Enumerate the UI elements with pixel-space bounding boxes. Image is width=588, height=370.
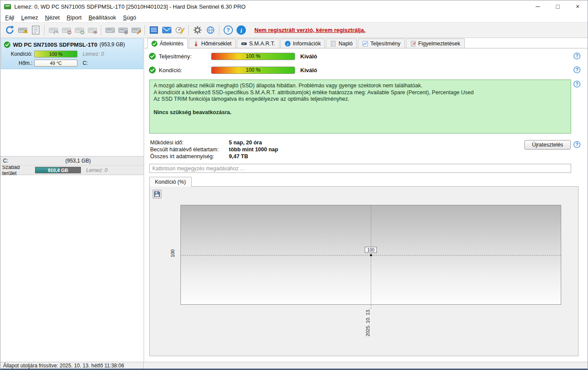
temperature-label: Hőm.: [1,60,34,66]
report-icon [31,25,41,35]
free-space-bar: 910,4 GB [35,167,81,173]
settings-button[interactable] [191,24,204,37]
performance-rating: Kiváló [300,53,317,60]
titlebar: Lemez: 0, WD PC SN7100S SDFPMSL-1T0 [250… [0,0,588,13]
register-link[interactable]: Nem regisztrált verzió, kérem regisztrál… [254,27,366,33]
surface-test-icon [149,25,159,35]
email-report-button[interactable] [160,24,173,37]
floppy-icon [154,191,161,198]
health-line: A mozgó alkatrész nélküli meghajtó (SSD)… [154,83,567,89]
chart-gridline-vertical [371,205,371,309]
refresh-button[interactable] [3,24,16,37]
condition-chart-panel: 100 100 2025. 10. 13. [149,186,578,356]
stat-value: 5 nap, 20 óra [229,140,262,146]
app-icon [4,3,11,10]
menu-help[interactable]: Súgó [119,13,139,22]
comment-input[interactable] [149,164,571,173]
stat-value: több mint 1000 nap [229,147,278,153]
info-icon [236,25,246,35]
tab-label: Napló [338,41,353,47]
tab-overview[interactable]: Áttekintés [147,38,188,48]
disk-name: WD PC SN7100S SDFPMSL-1T0 [13,41,97,48]
help-button[interactable] [222,24,235,37]
disk-tools-button[interactable] [129,24,142,37]
tab-log[interactable]: Napló [326,38,357,48]
free-space-value: 910,4 GB [35,167,80,173]
help-icon[interactable] [573,52,581,60]
condition-bar: 100 % [211,67,295,74]
tab-smart[interactable]: S.M.A.R.T. [237,38,280,48]
partition-panel[interactable]: C: (953,1 GB) Szabad terület 910,4 GB Le… [0,156,144,175]
health-line: A kondíciót a következő SSD-specifikus S… [154,89,567,96]
drive-letter: C: [83,60,88,66]
disk-gear-icon [118,25,128,35]
disk-number: Lemez: 0 [83,51,104,57]
stat-label: Működési idő: [150,140,229,146]
stat-value: 9,47 TB [229,153,248,159]
disk-alert-button[interactable] [16,24,29,37]
retest-button[interactable]: Újratesztelés [524,140,571,150]
disk-button[interactable] [103,24,116,37]
help-icon [223,25,233,35]
health-action: Nincs szükség beavatkozásra. [154,109,567,116]
help-icon[interactable] [573,66,581,73]
statusbar: Állapot utoljára frissítve: 2025. 10. 13… [0,362,588,369]
toolbar-separator [188,25,189,35]
disk-size: (953,9 GB) [100,41,125,48]
help-icon[interactable] [573,141,581,148]
condition-bar: 100 % [34,51,77,57]
menu-view[interactable]: Nézet [42,13,63,22]
chart-point-label: 100 [365,247,377,253]
disk-remove-button[interactable] [60,24,73,37]
minimize-button[interactable]: ─ [528,0,548,13]
info-icon [285,41,291,47]
chart-y-tick-label: 100 [170,249,175,257]
stat-row: Becsült hátralévő élettartam: több mint … [150,146,278,153]
menubar: Fájl Lemez Nézet Riport Beállítások Súgó [0,13,588,22]
tab-bar: Áttekintés Hőmérséklet S.M.A.R.T. Inform… [145,38,588,48]
disk-alert-icon [18,25,28,35]
overview-content: Teljesítmény: 100 % Kiváló Kondíció: 100… [145,48,588,362]
hard-disk-sentinel-window: Lemez: 0, WD PC SN7100S SDFPMSL-1T0 [250… [0,0,588,370]
refresh-icon [5,25,15,35]
tab-information[interactable]: Információk [280,38,325,48]
disk-eject-icon [87,25,97,35]
chart-save-button[interactable] [153,190,161,198]
menu-disk[interactable]: Lemez [18,13,42,22]
tab-performance[interactable]: Teljesítmény [358,38,405,48]
tab-temperature[interactable]: Hőmérséklet [189,38,236,48]
menu-file[interactable]: Fájl [2,13,18,22]
toolbar: Nem regisztrált verzió, kérem regisztrál… [0,22,588,38]
tab-label: Figyelmeztetések [418,41,460,47]
chart-x-tick-label: 2025. 10. 13. [365,309,370,336]
partition-size: (953,1 GB) [65,158,91,164]
disk-list-item-selected[interactable]: WD PC SN7100S SDFPMSL-1T0 (953,9 GB) Kon… [1,38,143,69]
about-button[interactable] [235,24,247,37]
condition-label: Kondíció: [1,51,34,57]
window-title: Lemez: 0, WD PC SN7100S SDFPMSL-1T0 [250… [14,3,246,10]
disk-eject-button[interactable] [86,24,99,37]
surface-test-button[interactable] [147,24,160,37]
partition-disk-number: Lemez: 0 [86,167,107,173]
toolbar-separator [145,25,145,35]
chart-data-point [370,254,372,256]
performance-value: 100 % [246,53,260,59]
tab-alerts[interactable]: Figyelmeztetések [406,38,465,48]
online-button[interactable] [204,24,217,37]
disk-gear-button[interactable] [116,24,129,37]
benchmark-button[interactable] [173,24,186,37]
check-icon [149,67,156,73]
menu-report[interactable]: Riport [63,13,85,22]
menu-settings[interactable]: Beállítások [85,13,120,22]
report-button[interactable] [29,24,42,37]
close-button[interactable]: × [568,0,588,13]
disk-undo-button[interactable] [47,24,60,37]
maximize-button[interactable]: □ [548,0,568,13]
disk-icon [105,25,115,35]
disk-accept-button[interactable] [73,24,86,37]
help-icon[interactable] [573,80,581,88]
window-controls: ─ □ × [528,0,588,13]
tab-label: Hőmérséklet [201,41,231,47]
partition-drive-letter: C: [3,158,8,164]
chart-tab-kondicio[interactable]: Kondíció (%) [149,177,192,187]
